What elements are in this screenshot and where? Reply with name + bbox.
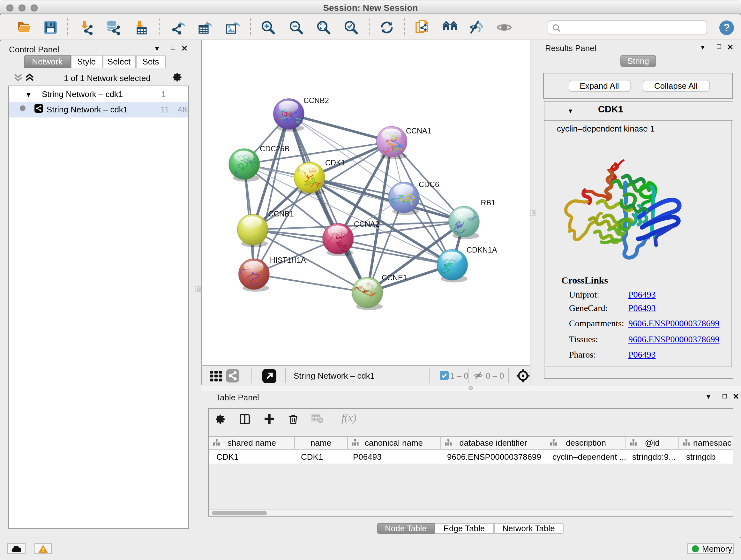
svg-text:RB1: RB1: [481, 198, 495, 206]
svg-text:CDC6: CDC6: [419, 180, 439, 188]
svg-text:CDK1: CDK1: [325, 159, 345, 167]
svg-text:HIST1H1A: HIST1H1A: [270, 256, 306, 264]
svg-text:CCNE1: CCNE1: [382, 273, 407, 282]
svg-text:CCNB2: CCNB2: [304, 96, 329, 105]
svg-text:CDKN1A: CDKN1A: [467, 246, 497, 254]
svg-text:CCNB1: CCNB1: [268, 209, 294, 218]
svg-text:CCNA1: CCNA1: [406, 126, 431, 135]
svg-text:CCNA2: CCNA2: [354, 220, 380, 228]
svg-text:CDC25B: CDC25B: [260, 144, 289, 152]
